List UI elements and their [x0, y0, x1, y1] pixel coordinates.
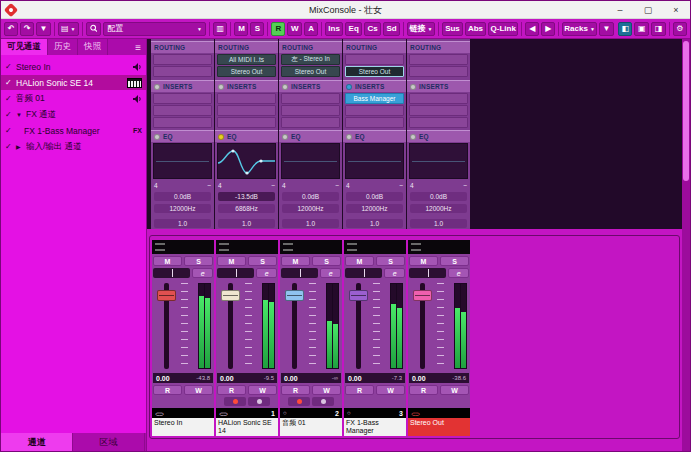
eq-band-count[interactable]: 4 [154, 182, 158, 189]
insert-slot[interactable] [153, 93, 212, 104]
write-automation-button[interactable]: W [312, 385, 341, 395]
read-automation-button[interactable]: R [281, 385, 310, 395]
eq-q-value[interactable]: 1.0 [154, 219, 211, 228]
strip-routing-display[interactable] [152, 240, 214, 254]
routing-input-slot[interactable] [153, 54, 212, 65]
routing-input-slot[interactable]: All MIDI I..ts [217, 54, 276, 65]
visibility-check-icon[interactable]: ✓ [5, 126, 13, 135]
record-enable-button[interactable] [224, 397, 246, 406]
eq-freq-value[interactable]: 12000Hz [282, 204, 339, 213]
tab-history[interactable]: 历史 [48, 39, 78, 55]
list-item-halion[interactable]: ✓ HALion Sonic SE 14 [1, 75, 146, 90]
routing-rack-header[interactable]: ROUTING [343, 41, 406, 53]
routing-input-slot[interactable]: 左 - Stereo In [281, 54, 340, 65]
vertical-scrollbar[interactable] [682, 39, 690, 451]
layout-right-toggle[interactable]: ◨ [651, 22, 666, 36]
suspend-automation-button[interactable]: A [304, 22, 318, 36]
solo-button[interactable]: S [376, 256, 405, 266]
fader-value[interactable]: 0.00 [412, 375, 426, 382]
settings-button[interactable]: ⚙ [673, 22, 687, 36]
list-item-fx1-bass-manager[interactable]: ✓ FX 1-Bass Manager FX [1, 123, 146, 138]
fader-value[interactable]: 0.00 [220, 375, 234, 382]
search-button[interactable] [86, 22, 102, 36]
list-item-stereo-in[interactable]: ✓ Stereo In [1, 59, 146, 74]
strip-routing-display[interactable] [280, 240, 342, 254]
bypass-inserts-button[interactable]: Ins [325, 22, 343, 36]
racks-caret-button[interactable]: ▼ [599, 22, 614, 36]
scrollbar-thumb[interactable] [683, 41, 689, 181]
write-all-button[interactable]: W [287, 22, 302, 36]
insert-slot[interactable] [217, 93, 276, 104]
eq-band-count[interactable]: 4 [282, 182, 286, 189]
edit-channel-button[interactable]: e [448, 268, 469, 278]
mute-button[interactable]: M [281, 256, 310, 266]
insert-slot[interactable] [345, 117, 404, 128]
fader-value[interactable]: 0.00 [284, 375, 298, 382]
inserts-rack-header[interactable]: INSERTS [151, 80, 214, 92]
pan-control[interactable] [153, 268, 190, 278]
routing-rack-header[interactable]: ROUTING [279, 41, 342, 53]
solo-button[interactable]: S [440, 256, 469, 266]
write-automation-button[interactable]: W [440, 385, 469, 395]
eq-rack-header[interactable]: EQ [215, 130, 278, 142]
eq-gain-value[interactable]: 0.0dB [410, 192, 467, 201]
solo-all-button[interactable]: S [250, 22, 264, 36]
edit-channel-button[interactable]: e [384, 268, 405, 278]
visibility-check-icon[interactable]: ✓ [5, 142, 13, 151]
bypass-channelstrip-button[interactable]: Cs [364, 22, 381, 36]
read-all-button[interactable]: R [271, 22, 285, 36]
undo-button[interactable]: ↶ [4, 22, 18, 36]
eq-band-count[interactable]: 4 [218, 182, 222, 189]
read-automation-button[interactable]: R [409, 385, 438, 395]
eq-rack-header[interactable]: EQ [407, 130, 470, 142]
eq-freq-value[interactable]: 12000Hz [154, 204, 211, 213]
solo-button[interactable]: S [248, 256, 277, 266]
abs-button[interactable]: Abs [465, 22, 486, 36]
channel-name[interactable]: Stereo In [152, 418, 214, 436]
eq-rack-header[interactable]: EQ [279, 130, 342, 142]
routing-rack-header[interactable]: ROUTING [215, 41, 278, 53]
routing-output-slot[interactable]: Stereo Out [345, 66, 404, 77]
sidebar-menu-icon[interactable]: ≡ [130, 39, 146, 55]
eq-band-count[interactable]: 4 [410, 182, 414, 189]
peak-value[interactable]: -38.6 [452, 375, 466, 381]
eq-freq-value[interactable]: 6868Hz [218, 204, 275, 213]
eq-q-value[interactable]: 1.0 [410, 219, 467, 228]
pan-control[interactable] [345, 268, 382, 278]
eq-freq-value[interactable]: 12000Hz [410, 204, 467, 213]
eq-freq-value[interactable]: 12000Hz [346, 204, 403, 213]
fader-cap[interactable] [221, 290, 240, 301]
tab-visible-channels[interactable]: 可见通道 [1, 39, 48, 55]
insert-slot[interactable] [409, 105, 468, 116]
layout-left-toggle[interactable]: ◧ [618, 22, 633, 36]
inserts-rack-header[interactable]: INSERTS [407, 80, 470, 92]
fader-value[interactable]: 0.00 [348, 375, 362, 382]
strip-routing-display[interactable] [344, 240, 406, 254]
routing-output-slot[interactable] [153, 66, 212, 77]
record-enable-button[interactable] [288, 397, 310, 406]
peak-value[interactable]: -7.3 [392, 375, 402, 381]
routing-input-slot[interactable] [345, 54, 404, 65]
layout-mid-toggle[interactable]: ▣ [634, 22, 649, 36]
setup-button[interactable]: ▤ ▼ [58, 22, 79, 36]
channel-name[interactable]: FX 1-Bass Manager [344, 418, 406, 436]
link-dropdown[interactable]: 链接 ▼ [407, 22, 435, 36]
eq-curve-display[interactable] [345, 143, 404, 179]
edit-channel-button[interactable]: e [256, 268, 277, 278]
pan-control[interactable] [409, 268, 446, 278]
channel-name[interactable]: HALion Sonic SE 14 [216, 418, 278, 436]
edit-channel-button[interactable]: e [320, 268, 341, 278]
bypass-eq-button[interactable]: Eq [345, 22, 362, 36]
insert-slot[interactable] [281, 105, 340, 116]
qlink-button[interactable]: Q-Link [488, 22, 518, 36]
solo-button[interactable]: S [184, 256, 213, 266]
inserts-rack-header[interactable]: INSERTS [215, 80, 278, 92]
list-item-fx-folder[interactable]: ✓ ▼ FX 通道 [1, 107, 146, 122]
peak-value[interactable]: -9.5 [264, 375, 274, 381]
eq-rack-header[interactable]: EQ [343, 130, 406, 142]
channel-name[interactable]: 音频 01 [280, 418, 342, 436]
channel-name[interactable]: Stereo Out [408, 418, 470, 436]
eq-q-value[interactable]: 1.0 [218, 219, 275, 228]
insert-slot[interactable] [217, 105, 276, 116]
insert-slot[interactable] [153, 117, 212, 128]
